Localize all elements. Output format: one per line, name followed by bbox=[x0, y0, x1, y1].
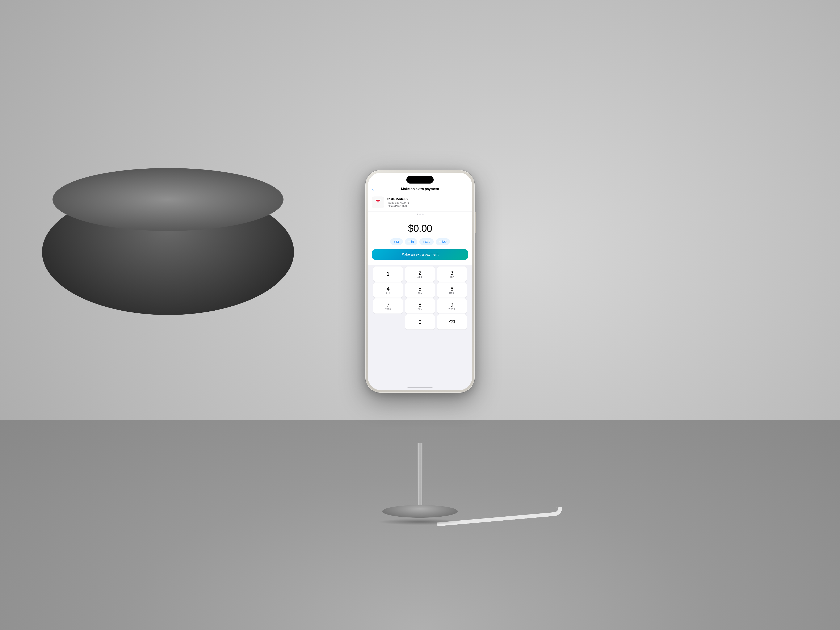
key-8[interactable]: 8 TUV bbox=[405, 298, 435, 314]
quick-add-section: + $1 + $5 + $10 + $20 bbox=[368, 238, 472, 249]
key-4[interactable]: 4 GHI bbox=[373, 283, 403, 298]
key-9-num: 9 bbox=[450, 302, 453, 308]
phone-stand: ‹ Make an extra payment bbox=[365, 170, 475, 525]
quick-add-1-button[interactable]: + $1 bbox=[390, 238, 403, 245]
key-0-num: 0 bbox=[418, 319, 422, 325]
vehicle-line1: Round-ups • $89.71 bbox=[387, 201, 409, 204]
key-3-num: 3 bbox=[450, 270, 453, 276]
backspace-icon: ⌫ bbox=[449, 320, 455, 324]
key-1[interactable]: 1 bbox=[373, 267, 403, 282]
amount-display: $0.00 bbox=[408, 223, 432, 234]
key-9[interactable]: 9 WXYZ bbox=[437, 298, 467, 314]
key-6-letters: MNO bbox=[449, 292, 455, 294]
quick-add-5-button[interactable]: + $5 bbox=[405, 238, 417, 245]
key-empty bbox=[373, 314, 403, 330]
key-6[interactable]: 6 MNO bbox=[437, 283, 467, 298]
phone-device: ‹ Make an extra payment bbox=[365, 170, 475, 393]
vehicle-name: Tesla Model S bbox=[387, 197, 409, 201]
phone-frame: ‹ Make an extra payment bbox=[365, 170, 475, 393]
tesla-logo bbox=[372, 197, 384, 208]
key-7-num: 7 bbox=[387, 302, 390, 308]
stand-base bbox=[382, 505, 458, 518]
stand-pole bbox=[417, 443, 423, 506]
dynamic-island bbox=[406, 176, 434, 183]
back-chevron-icon: ‹ bbox=[372, 187, 374, 193]
key-4-num: 4 bbox=[387, 286, 390, 292]
key-8-num: 8 bbox=[418, 302, 422, 308]
vehicle-card-section: Tesla Model S Round-ups • $89.71 Extra c… bbox=[368, 194, 472, 212]
key-2[interactable]: 2 ABC bbox=[405, 267, 435, 282]
keypad-row-4: 0 ⌫ bbox=[372, 314, 468, 330]
key-7-letters: PQRS bbox=[385, 308, 392, 310]
keypad-row-2: 4 GHI 5 JKL 6 MNO bbox=[372, 283, 468, 298]
key-1-num: 1 bbox=[387, 271, 390, 276]
key-0[interactable]: 0 bbox=[405, 314, 435, 330]
key-9-letters: WXYZ bbox=[448, 308, 455, 310]
key-7[interactable]: 7 PQRS bbox=[373, 298, 403, 314]
make-payment-button[interactable]: Make an extra payment bbox=[372, 249, 468, 260]
key-8-letters: TUV bbox=[418, 308, 423, 310]
key-backspace[interactable]: ⌫ bbox=[437, 314, 467, 330]
vehicle-line2: Extra clicks • $5.00 bbox=[387, 205, 409, 207]
keypad: 1 2 ABC 3 DEF bbox=[368, 265, 472, 384]
vehicle-info: Tesla Model S Round-ups • $89.71 Extra c… bbox=[387, 197, 409, 208]
key-3[interactable]: 3 DEF bbox=[437, 267, 467, 282]
cta-section: Make an extra payment bbox=[368, 249, 472, 265]
back-button[interactable]: ‹ bbox=[372, 187, 374, 193]
carousel-dots bbox=[368, 212, 472, 216]
dot-2 bbox=[419, 213, 421, 215]
dot-3 bbox=[422, 213, 423, 215]
home-indicator bbox=[368, 384, 472, 390]
key-2-num: 2 bbox=[418, 270, 422, 276]
dot-1 bbox=[417, 213, 418, 215]
key-6-num: 6 bbox=[450, 286, 453, 292]
bowl-decoration-top bbox=[52, 168, 284, 231]
stand-shadow bbox=[378, 519, 462, 525]
home-bar bbox=[407, 387, 433, 388]
nav-title: Make an extra payment bbox=[401, 187, 439, 191]
keypad-row-3: 7 PQRS 8 TUV 9 WXYZ bbox=[372, 298, 468, 314]
phone-screen: ‹ Make an extra payment bbox=[368, 173, 472, 390]
key-5[interactable]: 5 JKL bbox=[405, 283, 435, 298]
key-4-letters: GHI bbox=[386, 292, 390, 294]
key-3-letters: DEF bbox=[450, 276, 455, 278]
key-2-letters: ABC bbox=[417, 276, 423, 278]
key-5-letters: JKL bbox=[418, 292, 422, 294]
quick-add-20-button[interactable]: + $20 bbox=[436, 238, 450, 245]
tesla-icon bbox=[374, 199, 382, 206]
vehicle-card[interactable]: Tesla Model S Round-ups • $89.71 Extra c… bbox=[372, 197, 468, 208]
app-content: ‹ Make an extra payment bbox=[368, 173, 472, 390]
amount-section: $0.00 bbox=[368, 216, 472, 238]
quick-add-10-button[interactable]: + $10 bbox=[419, 238, 433, 245]
key-5-num: 5 bbox=[418, 286, 422, 292]
keypad-row-1: 1 2 ABC 3 DEF bbox=[372, 267, 468, 282]
